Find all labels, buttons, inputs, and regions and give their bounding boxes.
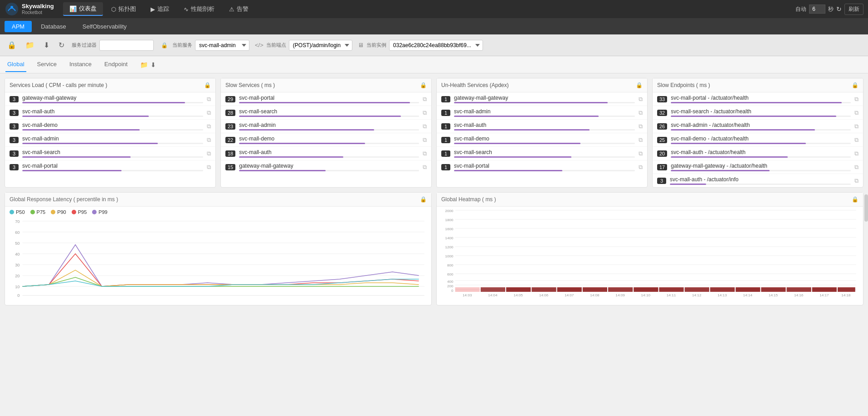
chart-legend: P50 P75 P90 P95 P99: [5, 207, 431, 218]
table-row[interactable]: 1 svc-mall-portal ⧉: [437, 160, 647, 174]
service-badge: 1: [441, 110, 450, 116]
copy-icon[interactable]: ⧉: [207, 109, 211, 116]
nav-dashboard[interactable]: 📊 仪表盘: [63, 2, 103, 16]
nav-items: 📊 仪表盘 ⬡ 拓扑图 ▶ 追踪 ∿ 性能剖析 ⚠ 告警: [63, 2, 795, 16]
copy-icon[interactable]: ⧉: [423, 136, 427, 144]
table-row[interactable]: 22 svc-mall-demo ⧉: [221, 133, 431, 147]
services-load-lock[interactable]: 🔒: [204, 82, 211, 88]
table-row[interactable]: 3 gateway-mall-gateway ⧉: [5, 92, 215, 106]
copy-icon[interactable]: ⧉: [854, 177, 858, 184]
tab-database[interactable]: Database: [34, 21, 73, 32]
nav-trace[interactable]: ▶ 追踪: [144, 2, 176, 16]
copy-icon[interactable]: ⧉: [207, 136, 211, 144]
table-row[interactable]: 18 svc-mall-auth ⧉: [221, 147, 431, 160]
folder-sub-icon[interactable]: 📁: [140, 61, 148, 68]
refresh-button[interactable]: 刷新: [844, 4, 863, 15]
copy-icon[interactable]: ⧉: [207, 96, 211, 103]
legend-p90: P90: [51, 209, 66, 215]
copy-icon[interactable]: ⧉: [854, 164, 858, 171]
top-navigation: Skywalking Rocketbot 📊 仪表盘 ⬡ 拓扑图 ▶ 追踪 ∿ …: [0, 0, 868, 18]
folder-icon[interactable]: 📁: [24, 40, 36, 50]
copy-icon[interactable]: ⧉: [639, 96, 643, 103]
global-latency-lock[interactable]: 🔒: [420, 196, 427, 203]
sub-tab-service[interactable]: Service: [35, 57, 59, 72]
service-badge: 32: [657, 110, 667, 116]
copy-icon[interactable]: ⧉: [854, 109, 858, 116]
table-row[interactable]: 3 svc-mall-auth ⧉: [5, 106, 215, 120]
service-name: svc-mall-admin: [239, 122, 419, 128]
table-row[interactable]: 15 gateway-mall-gateway ⧉: [221, 160, 431, 174]
current-service-select[interactable]: svc-mall-admin: [195, 40, 249, 51]
table-row[interactable]: 1 svc-mall-search ⧉: [437, 147, 647, 160]
copy-icon[interactable]: ⧉: [639, 123, 643, 130]
service-bar: [22, 170, 122, 171]
nav-performance[interactable]: ∿ 性能剖析: [177, 2, 221, 16]
tab-self-observability[interactable]: SelfObservability: [75, 21, 134, 32]
refresh-filter-icon[interactable]: ↻: [57, 40, 66, 50]
table-row[interactable]: 1 svc-mall-admin ⧉: [437, 106, 647, 120]
service-badge: 1: [441, 137, 450, 143]
copy-icon[interactable]: ⧉: [854, 150, 858, 157]
slow-services-lock[interactable]: 🔒: [420, 82, 427, 88]
copy-icon[interactable]: ⧉: [207, 164, 211, 171]
service-badge: 23: [225, 123, 235, 130]
scrollbar[interactable]: [864, 194, 868, 222]
svg-text:200: 200: [447, 284, 454, 288]
copy-icon[interactable]: ⧉: [207, 150, 211, 157]
sub-tab-instance[interactable]: Instance: [68, 57, 93, 72]
table-row[interactable]: 29 svc-mall-portal ⧉: [221, 92, 431, 106]
copy-icon[interactable]: ⧉: [423, 150, 427, 157]
slow-endpoints-lock[interactable]: 🔒: [852, 82, 858, 88]
table-row[interactable]: 26 svc-mall-admin - /actuator/health ⧉: [653, 120, 863, 133]
table-row[interactable]: 3 svc-mall-demo ⧉: [5, 120, 215, 133]
lock-service-icon[interactable]: 🔒: [159, 41, 170, 49]
global-heatmap-lock[interactable]: 🔒: [852, 196, 858, 203]
table-row[interactable]: 3 svc-mall-portal ⧉: [5, 160, 215, 174]
download-icon[interactable]: ⬇: [42, 40, 51, 50]
svg-rect-76: [557, 287, 582, 292]
copy-icon[interactable]: ⧉: [423, 109, 427, 116]
sub-tab-global[interactable]: Global: [5, 57, 26, 72]
copy-icon[interactable]: ⧉: [854, 123, 858, 130]
table-row[interactable]: 3 svc-mall-admin ⧉: [5, 133, 215, 147]
copy-icon[interactable]: ⧉: [639, 136, 643, 144]
table-row[interactable]: 23 svc-mall-admin ⧉: [221, 120, 431, 133]
copy-icon[interactable]: ⧉: [423, 164, 427, 171]
service-bar: [454, 116, 599, 117]
copy-icon[interactable]: ⧉: [207, 123, 211, 130]
table-row[interactable]: 17 gateway-mall-gateway - /actuator/heal…: [653, 160, 863, 174]
nav-alert[interactable]: ⚠ 告警: [223, 2, 255, 16]
copy-icon[interactable]: ⧉: [854, 96, 858, 103]
table-row[interactable]: 33 svc-mall-portal - /actuator/health ⧉: [653, 92, 863, 106]
services-load-header: Services Load ( CPM - calls per minute )…: [5, 78, 215, 92]
table-row[interactable]: 28 svc-mall-search ⧉: [221, 106, 431, 120]
table-row[interactable]: 25 svc-mall-demo - /actuator/health ⧉: [653, 133, 863, 147]
service-bar: [454, 129, 590, 131]
current-endpoint-select[interactable]: (POST)/admin/login: [289, 40, 352, 51]
download-sub-icon[interactable]: ⬇: [151, 61, 156, 68]
nav-topology[interactable]: ⬡ 拓扑图: [105, 2, 142, 16]
service-name: svc-mall-search: [454, 149, 635, 155]
sub-tab-endpoint[interactable]: Endpoint: [102, 57, 129, 72]
refresh-interval-input[interactable]: [809, 5, 825, 14]
unhealth-services-lock[interactable]: 🔒: [636, 82, 643, 88]
table-row[interactable]: 1 svc-mall-auth ⧉: [437, 120, 647, 133]
table-row[interactable]: 32 svc-mall-search - /actuator/health ⧉: [653, 106, 863, 120]
lock-filter-icon[interactable]: 🔒: [5, 40, 18, 50]
table-row[interactable]: 1 gateway-mall-gateway ⧉: [437, 92, 647, 106]
service-filter-input[interactable]: [99, 40, 154, 51]
copy-icon[interactable]: ⧉: [639, 109, 643, 116]
current-instance-select[interactable]: 032ae6c280c24ea88bb93bf69...: [389, 40, 483, 51]
table-row[interactable]: 1 svc-mall-demo ⧉: [437, 133, 647, 147]
table-row[interactable]: 3 svc-mall-auth - /actuator/info ⧉: [653, 174, 863, 187]
global-latency-header: Global Response Latency ( percentile in …: [5, 193, 431, 207]
service-badge: 33: [657, 96, 667, 102]
copy-icon[interactable]: ⧉: [639, 164, 643, 171]
copy-icon[interactable]: ⧉: [423, 123, 427, 130]
table-row[interactable]: 20 svc-mall-auth - /actuator/health ⧉: [653, 147, 863, 160]
tab-apm[interactable]: APM: [5, 21, 32, 32]
copy-icon[interactable]: ⧉: [423, 96, 427, 103]
copy-icon[interactable]: ⧉: [854, 136, 858, 144]
copy-icon[interactable]: ⧉: [639, 150, 643, 157]
table-row[interactable]: 3 svc-mall-search ⧉: [5, 147, 215, 160]
